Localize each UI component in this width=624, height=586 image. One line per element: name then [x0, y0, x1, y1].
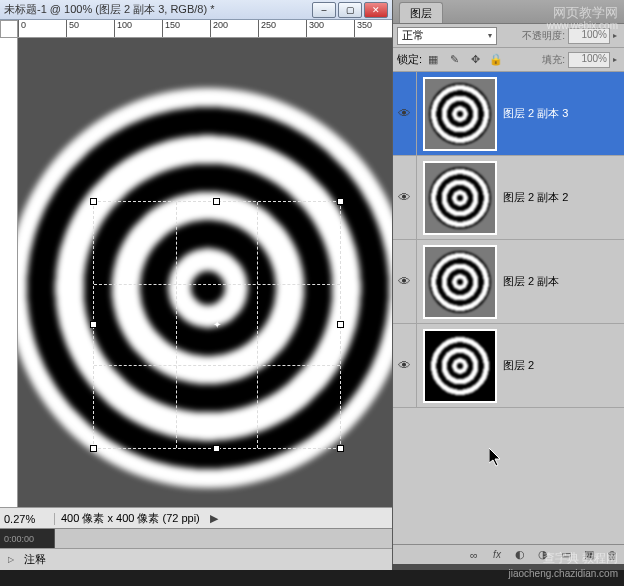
window-maximize-button[interactable]: ▢: [338, 2, 362, 18]
fill-input[interactable]: 100%: [568, 52, 610, 68]
brush-lock-icon[interactable]: ✎: [447, 53, 461, 67]
watermark-text: 查字典 教程网: [543, 550, 618, 567]
layer-row[interactable]: 👁 图层 2 副本 3: [393, 72, 624, 156]
ruler-tick: 100: [114, 20, 132, 37]
ruler-tick: 250: [258, 20, 276, 37]
layers-list[interactable]: 👁 图层 2 副本 3 👁 图层 2 副本 2 👁 图层 2 副本 👁 图层 2: [393, 72, 624, 544]
ruler-tick: 300: [306, 20, 324, 37]
chevron-down-icon: ▾: [488, 31, 492, 40]
layer-name[interactable]: 图层 2 副本: [503, 274, 559, 289]
annotations-bar: ▷ 注释: [0, 548, 392, 570]
mask-icon[interactable]: ◐: [512, 547, 528, 563]
layer-name[interactable]: 图层 2 副本 2: [503, 190, 568, 205]
document-window: 未标题-1 @ 100% (图层 2 副本 3, RGB/8) * – ▢ ✕ …: [0, 0, 392, 529]
layer-name[interactable]: 图层 2 副本 3: [503, 106, 568, 121]
fill-arrow-icon[interactable]: ▸: [610, 55, 620, 64]
document-dimensions: 400 像素 x 400 像素 (72 ppi): [55, 511, 206, 526]
layer-thumbnail[interactable]: [423, 161, 497, 235]
link-icon[interactable]: ∞: [466, 547, 482, 563]
layer-thumbnail[interactable]: [423, 245, 497, 319]
lock-label: 锁定:: [397, 52, 422, 67]
visibility-toggle[interactable]: 👁: [393, 324, 417, 407]
layer-row[interactable]: 👁 图层 2 副本 2: [393, 156, 624, 240]
artwork-rings: [18, 88, 392, 488]
ruler-tick: 150: [162, 20, 180, 37]
eye-icon: 👁: [398, 274, 411, 289]
fill-label: 填充:: [542, 53, 565, 67]
ruler-tick: 350: [354, 20, 372, 37]
layer-row[interactable]: 👁 图层 2: [393, 324, 624, 408]
eye-icon: 👁: [398, 106, 411, 121]
ruler-horizontal[interactable]: 0 50 100 150 200 250 300 350: [18, 20, 392, 38]
watermark-url: jiaocheng.chazidian.com: [508, 568, 618, 579]
eye-icon: 👁: [398, 190, 411, 205]
layer-name[interactable]: 图层 2: [503, 358, 534, 373]
opacity-arrow-icon[interactable]: ▸: [610, 31, 620, 40]
visibility-toggle[interactable]: 👁: [393, 240, 417, 323]
fx-icon[interactable]: fx: [489, 547, 505, 563]
blend-mode-select[interactable]: 正常 ▾: [397, 27, 497, 45]
triangle-right-icon[interactable]: ▷: [4, 553, 18, 567]
ruler-origin[interactable]: [0, 20, 18, 38]
all-lock-icon[interactable]: 🔒: [489, 53, 503, 67]
ruler-tick: 0: [18, 20, 26, 37]
layer-row[interactable]: 👁 图层 2 副本: [393, 240, 624, 324]
visibility-toggle[interactable]: 👁: [393, 156, 417, 239]
position-lock-icon[interactable]: ✥: [468, 53, 482, 67]
timeline-strip: 0:00:00: [0, 528, 392, 548]
tab-layers[interactable]: 图层: [399, 2, 443, 23]
layer-thumbnail[interactable]: [423, 329, 497, 403]
eye-icon: 👁: [398, 358, 411, 373]
timeline-time: 0:00:00: [0, 529, 55, 548]
visibility-toggle[interactable]: 👁: [393, 72, 417, 155]
canvas[interactable]: [18, 88, 392, 488]
layers-panel: 图层 正常 ▾ 不透明度: 100% ▸ 锁定: ▦ ✎ ✥ 🔒 填充: 100…: [392, 0, 624, 564]
ruler-tick: 50: [66, 20, 79, 37]
blend-mode-value: 正常: [402, 28, 424, 43]
document-titlebar[interactable]: 未标题-1 @ 100% (图层 2 副本 3, RGB/8) * – ▢ ✕: [0, 0, 392, 20]
canvas-viewport[interactable]: ✦: [18, 38, 392, 507]
watermark-url: www.webjx.com: [547, 20, 618, 31]
ruler-vertical[interactable]: [0, 38, 18, 507]
pixels-lock-icon[interactable]: ▦: [426, 53, 440, 67]
annotations-label: 注释: [24, 552, 46, 567]
window-minimize-button[interactable]: –: [312, 2, 336, 18]
document-status-bar: 0.27% 400 像素 x 400 像素 (72 ppi) ▶: [0, 507, 392, 529]
layer-thumbnail[interactable]: [423, 77, 497, 151]
window-close-button[interactable]: ✕: [364, 2, 388, 18]
ruler-tick: 200: [210, 20, 228, 37]
zoom-level[interactable]: 0.27%: [0, 513, 55, 525]
document-title: 未标题-1 @ 100% (图层 2 副本 3, RGB/8) *: [4, 2, 310, 17]
status-menu-arrow-icon[interactable]: ▶: [210, 512, 218, 525]
lock-fill-row: 锁定: ▦ ✎ ✥ 🔒 填充: 100% ▸: [393, 48, 624, 72]
